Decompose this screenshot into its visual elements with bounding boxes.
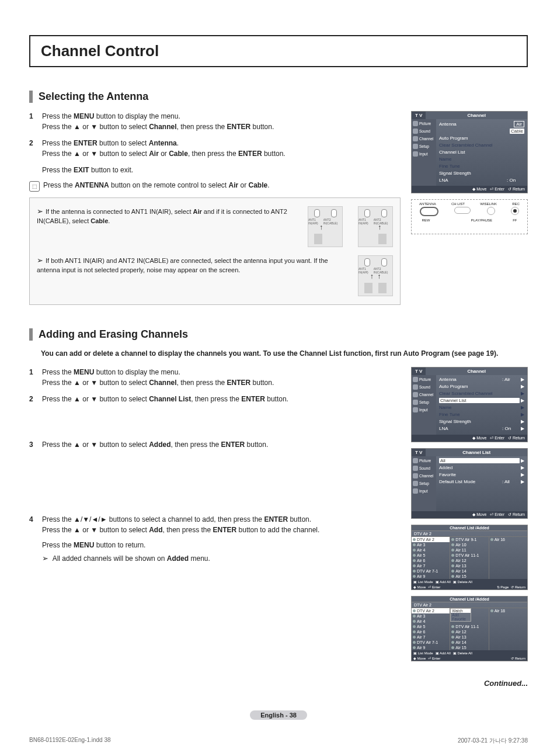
remote-note: ⬚ Press the ANTENNA button on the remote… (29, 181, 401, 192)
section2-heading: Adding and Erasing Channels (29, 328, 528, 341)
osd-channel-list-submenu: T V Channel List Picture Sound Channel S… (411, 448, 528, 519)
channel-list-added-1: Channel List /Added DTV Air 2 DTV Air 2A… (411, 525, 528, 590)
remote-icon: ⬚ (29, 181, 40, 192)
section1-steps: 1 Press the MENU button to display the m… (29, 111, 401, 159)
osd-channel-antenna: T V Channel Picture Sound Channel Setup … (411, 111, 528, 193)
antenna-diagram-1: ANT1 IN(AIR)ANT2 IN(CABLE) ↑ ANT1 IN(AIR… (308, 206, 393, 247)
antenna-hint-box: ➢If the antenna is connected to ANT1 IN(… (29, 197, 401, 305)
s2-step-3: 3 Press the ▲ or ▼ button to select Adde… (29, 439, 401, 450)
antenna-diagram-2: ANT1 IN(AIR)ANT2 IN(CABLE) ↑ ↑ (358, 255, 393, 296)
section-selecting-antenna: Selecting the Antenna 1 Press the MENU b… (29, 91, 528, 305)
s2-step-4: 4 Press the ▲/▼/◄/► buttons to select a … (29, 514, 401, 564)
step-1: 1 Press the MENU button to display the m… (29, 111, 401, 132)
page-title-box: Channel Control (29, 35, 528, 67)
arrow-icon: ➢ (42, 554, 48, 563)
print-footer: BN68-01192E-02Eng-1.indd 38 2007-03-21 가… (29, 737, 528, 745)
remote-diagram: ANTENNA CH LIST WISELINK REC REW PLAY/PA… (411, 199, 528, 234)
channel-list-added-2: Channel List /Added DTV Air 2 DTV Air 2A… (411, 596, 528, 661)
exit-instruction: Press the EXIT button to exit. (29, 165, 401, 175)
page-title: Channel Control (41, 42, 516, 60)
continued-label: Continued... (29, 679, 528, 688)
section1-heading: Selecting the Antenna (29, 91, 528, 103)
osd-sidebar: Picture Sound Channel Setup Input (412, 119, 436, 186)
s2-step-2: 2 Press the ▲ or ▼ button to select Chan… (29, 394, 401, 404)
osd-row-antenna: Antenna Air (439, 121, 524, 127)
s2-step-1: 1 Press the MENU button to display the m… (29, 367, 401, 388)
section2-intro: You can add or delete a channel to displ… (41, 349, 528, 359)
section-adding-erasing: Adding and Erasing Channels You can add … (29, 328, 528, 688)
osd-channel-list-select: T V Channel Picture Sound Channel Setup … (411, 367, 528, 442)
step-2: 2 Press the ENTER button to select Anten… (29, 138, 401, 159)
arrow-icon: ➢ (37, 207, 43, 216)
hint-row-2: ➢If both ANT1 IN(AIR) and ANT2 IN(CABLE)… (37, 255, 393, 296)
page-number: English - 38 (29, 711, 528, 719)
hint-row-1: ➢If the antenna is connected to ANT1 IN(… (37, 206, 393, 247)
arrow-icon: ➢ (37, 256, 43, 265)
